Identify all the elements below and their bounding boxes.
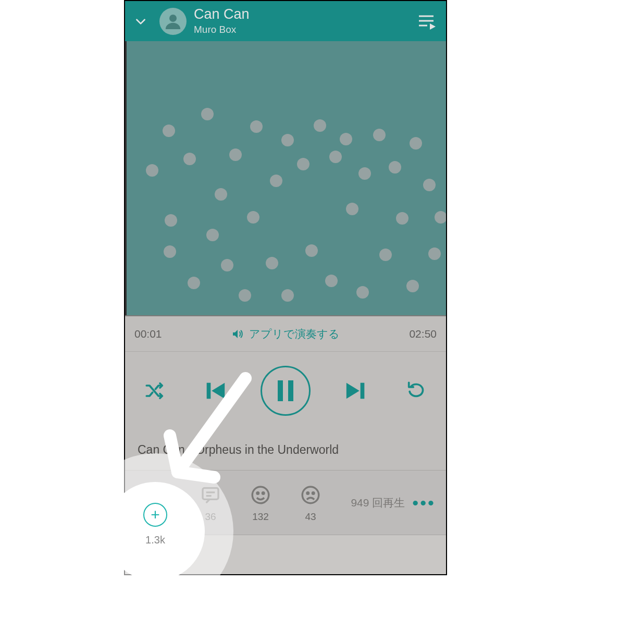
repeat-button[interactable] [402, 377, 430, 405]
dislike-button[interactable]: 43 [286, 483, 336, 523]
add-count: 1.3k [151, 511, 170, 523]
svg-rect-8 [361, 383, 365, 399]
collapse-chevron-icon[interactable] [132, 13, 149, 30]
song-title-row: Can Can - Orpheus in the Underworld [125, 430, 446, 470]
dislikes-count: 43 [305, 511, 316, 523]
smile-icon [249, 483, 273, 507]
pause-icon [278, 380, 293, 401]
like-button[interactable]: 132 [236, 483, 286, 523]
svg-marker-7 [346, 383, 360, 399]
svg-point-15 [257, 492, 259, 494]
likes-count: 132 [252, 511, 269, 523]
play-mode-button[interactable]: アプリで演奏する [231, 327, 340, 341]
svg-marker-4 [430, 23, 436, 30]
stats-row: 1.3k 36 132 43 949 [125, 470, 446, 535]
avatar[interactable] [159, 8, 187, 35]
previous-button[interactable] [201, 377, 229, 405]
svg-marker-6 [212, 383, 225, 399]
shuffle-button[interactable] [141, 377, 169, 405]
now-playing-header: Can Can Muro Box [125, 1, 446, 41]
add-to-playlist-button[interactable]: 1.3k [135, 483, 185, 523]
next-button[interactable] [342, 377, 370, 405]
svg-point-0 [169, 15, 177, 22]
phone-frame: Can Can Muro Box [124, 0, 447, 575]
header-titles: Can Can Muro Box [194, 7, 250, 35]
sad-icon [299, 483, 323, 507]
comment-icon [199, 483, 222, 507]
svg-point-16 [263, 492, 265, 494]
play-mode-label: アプリで演奏する [249, 327, 340, 341]
svg-rect-11 [203, 488, 218, 499]
transport-controls [125, 352, 446, 430]
play-count-text: 949 回再生 [351, 496, 405, 510]
comments-button[interactable]: 36 [185, 483, 236, 523]
artist-name: Muro Box [194, 24, 250, 35]
elapsed-time: 00:01 [134, 328, 162, 340]
svg-point-14 [252, 487, 269, 503]
track-title: Can Can [194, 7, 250, 22]
comments-count: 36 [205, 511, 216, 523]
svg-point-19 [313, 492, 315, 494]
pause-button[interactable] [261, 366, 311, 416]
play-count: 949 回再生 ••• [351, 496, 436, 510]
song-title: Can Can - Orpheus in the Underworld [138, 443, 339, 457]
plus-icon [148, 483, 172, 507]
total-time: 02:50 [409, 328, 437, 340]
time-row: 00:01 アプリで演奏する 02:50 [125, 316, 446, 352]
svg-rect-5 [207, 383, 211, 399]
svg-point-18 [307, 492, 309, 494]
svg-point-17 [302, 487, 319, 503]
music-roll-visualization[interactable] [125, 41, 446, 316]
playhead [125, 41, 127, 315]
queue-icon[interactable] [415, 10, 438, 33]
